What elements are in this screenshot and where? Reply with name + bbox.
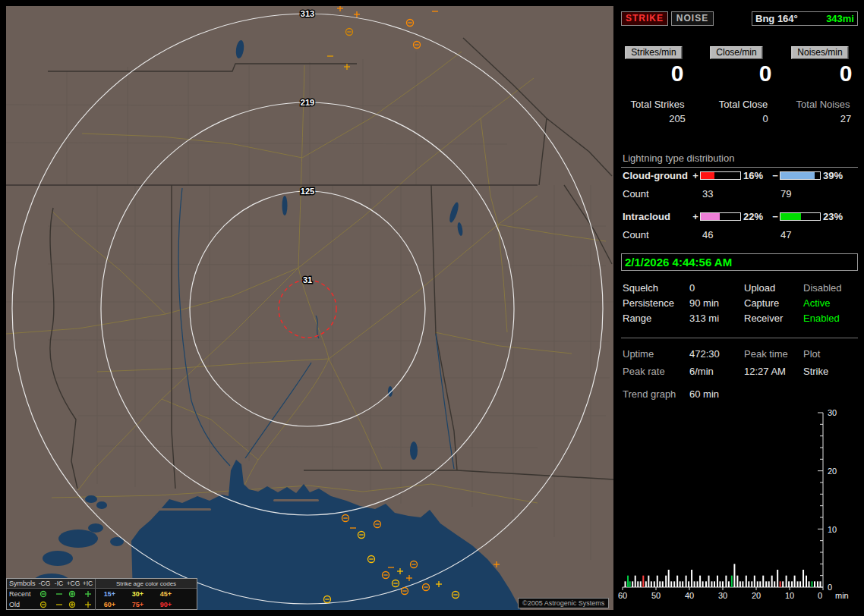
count-label: Count [621,188,649,200]
close-per-min-value: 0 [759,61,772,86]
cg-negative-bar [780,171,821,180]
settings-row-1: Squelch 0 Upload Disabled [621,282,858,294]
total-noises-value: 27 [840,113,851,124]
total-strikes-value: 205 [669,113,686,124]
legend-col-ic-pos: +IC [80,580,95,587]
separator [621,338,858,338]
ic-positive-pct: 22% [743,211,771,222]
cg-negative-pct: 39% [823,170,850,181]
cg-positive-bar-fill [701,172,714,179]
plot-mode-value: Strike [803,366,859,377]
cg-negative-bar-fill [780,172,815,179]
svg-text:30: 30 [828,408,837,417]
legend-old-label: Old [7,601,37,608]
ic-pos-recent-icon [80,590,95,598]
legend-age-header: Strike age color codes [96,580,197,587]
cg-pos-recent-icon [66,590,80,598]
datetime-display: 2/1/2026 4:44:56 AM [621,253,858,271]
trend-x-labels: 60 50 40 30 20 10 0 min [618,591,849,600]
lightning-map[interactable]: 313 219 125 31 Symbols -CG -IC +CG +IC S… [6,6,613,610]
trend-graph: 30 20 10 0 60 50 40 30 20 10 0 min [615,407,858,611]
trend-graph-bars [625,564,821,587]
ic-positive-bar-fill [701,213,720,220]
ring-label-125: 125 [301,187,314,196]
age-code-15: 15+ [96,590,124,598]
minus-sign: − [771,170,780,181]
map-legend: Symbols -CG -IC +CG +IC Strike age color… [6,578,197,610]
capture-status: Active [803,297,859,309]
cg-negative-count: 79 [780,188,791,200]
uptime-value: 472:30 [689,348,744,360]
settings-row-2: Persistence 90 min Capture Active [621,297,858,309]
cloud-ground-count-row: Count 33 79 [621,188,858,200]
svg-text:20: 20 [752,591,761,600]
cg-positive-count: 33 [702,188,713,200]
count-label: Count [621,229,649,240]
peak-rate-label: Peak rate [623,366,689,377]
plot-label: Plot [803,348,859,360]
svg-text:50: 50 [651,591,661,600]
stats-row-1: Uptime 472:30 Peak time Plot [621,348,858,360]
svg-text:10: 10 [828,525,837,534]
ring-label-31: 31 [303,275,312,284]
cg-neg-old-icon [37,601,52,608]
squelch-label: Squelch [623,282,689,294]
peak-time-value: 12:27 AM [744,366,803,377]
svg-text:0: 0 [828,583,832,592]
legend-recent-row: Recent 15+ 30+ 45+ [7,589,197,599]
strike-toggle-button[interactable]: STRIKE [621,11,668,26]
receiver-label: Receiver [744,313,803,324]
svg-text:10: 10 [785,591,794,600]
legend-header-row: Symbols -CG -IC +CG +IC Strike age color… [7,579,197,589]
ic-neg-recent-icon [52,590,66,598]
svg-text:0: 0 [818,591,822,600]
plus-sign: + [691,211,700,222]
svg-text:60: 60 [618,591,627,600]
side-panel: STRIKE NOISE Bng 164° 343mi Strikes/min … [621,0,858,616]
persistence-label: Persistence [623,297,689,309]
ic-negative-count: 47 [780,229,791,240]
cg-positive-bar [700,171,741,180]
legend-old-row: Old 60+ 75+ 90+ [7,599,197,610]
trend-x-unit: min [835,591,849,600]
svg-text:20: 20 [828,467,837,476]
basemap: 313 219 125 31 [6,6,613,610]
legend-col-cg-pos: +CG [66,580,80,587]
noises-per-min-button[interactable]: Noises/min [791,46,848,59]
ic-positive-bar [700,212,741,221]
total-strikes-label: Total Strikes [631,99,685,110]
upload-label: Upload [744,282,803,294]
trend-y-labels: 30 20 10 0 [828,408,837,592]
receiver-status: Enabled [803,313,859,324]
peak-rate-value: 6/min [689,366,744,377]
strikes-per-min-button[interactable]: Strikes/min [625,46,682,59]
stats-row-2: Peak rate 6/min 12:27 AM Strike [621,366,858,377]
total-close-label: Total Close [719,99,768,110]
bearing-range-value: 343mi [826,13,854,24]
age-code-30: 30+ [124,590,152,598]
legend-recent-label: Recent [7,590,37,598]
intracloud-label: Intracloud [621,211,691,222]
noise-toggle-button[interactable]: NOISE [671,11,714,26]
bearing-readout: Bng 164° 343mi [752,11,858,26]
age-code-60: 60+ [96,601,124,608]
ring-label-313: 313 [301,9,314,18]
trend-axis-ticks [623,413,823,590]
intracloud-row: Intracloud + 22% − 23% [621,211,858,222]
ic-negative-bar-fill [780,213,801,220]
age-code-45: 45+ [152,590,180,598]
upload-status: Disabled [803,282,859,294]
copyright-label: ©2005 Astrogenic Systems [518,598,609,608]
close-per-min-button[interactable]: Close/min [710,46,762,59]
bearing-label: Bng 164° [755,13,798,24]
ic-neg-old-icon [52,601,66,608]
distribution-title: Lightning type distribution [621,152,858,168]
noises-per-min-value: 0 [840,61,853,86]
cloud-ground-label: Cloud-ground [621,170,691,181]
age-code-90: 90+ [152,601,180,608]
age-code-75: 75+ [124,601,152,608]
range-value: 313 mi [689,313,744,324]
ring-label-219: 219 [301,98,314,107]
legend-col-cg-neg: -CG [37,580,52,587]
ic-negative-bar [780,212,821,221]
